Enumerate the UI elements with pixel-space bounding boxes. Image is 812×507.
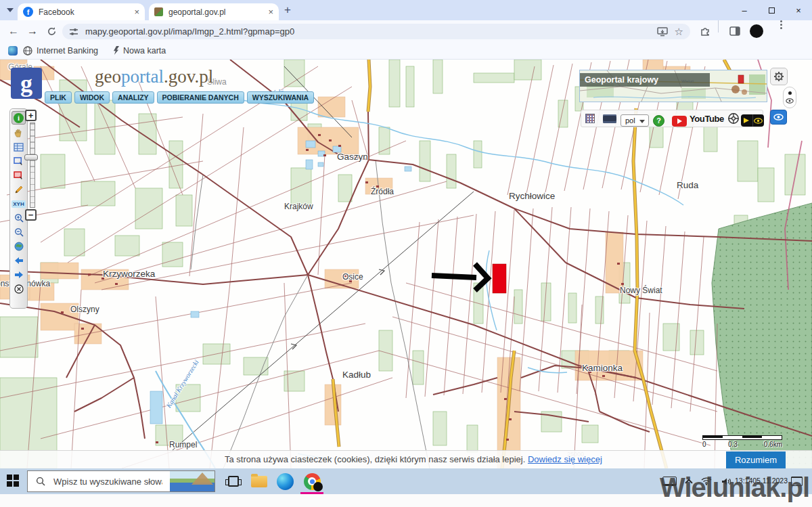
attributes-tool-button[interactable] xyxy=(12,141,26,153)
contrast-arrow-button[interactable] xyxy=(741,114,752,127)
logo-geo: geo xyxy=(95,66,121,87)
tab-search-caret-icon[interactable] xyxy=(7,8,14,12)
logo-portal: portal xyxy=(121,66,164,87)
new-tab-button[interactable]: + xyxy=(284,3,291,17)
start-button[interactable] xyxy=(7,475,20,487)
forward-button[interactable]: → xyxy=(23,20,42,42)
cookie-text: Ta strona używa ciasteczek (cookies), dz… xyxy=(225,454,602,464)
info-tool-button[interactable]: i xyxy=(12,111,26,125)
tab-facebook[interactable]: f Facebook × xyxy=(18,3,145,20)
zoom-minus-button[interactable]: − xyxy=(25,209,37,221)
highlighted-parcel-marker[interactable] xyxy=(493,264,506,293)
overview-map[interactable]: Wieluń Geoportal krajowy xyxy=(579,70,767,102)
tab-close-icon[interactable]: × xyxy=(134,7,139,17)
menu-plik[interactable]: PLIK xyxy=(45,91,72,104)
contrast-eye-button[interactable] xyxy=(752,114,765,127)
layer-eye-icon[interactable] xyxy=(786,98,794,104)
menu-analizy[interactable]: ANALIZY xyxy=(112,91,154,104)
language-select[interactable]: pol xyxy=(621,112,649,129)
chrome-button[interactable] xyxy=(303,472,321,490)
address-bar[interactable]: mapy.geoportal.gov.pl/imap/Imgp_2.html?g… xyxy=(62,24,690,39)
minimize-button[interactable]: – xyxy=(731,5,758,16)
task-view-button[interactable] xyxy=(225,472,242,490)
geoportal-logo: geoportal.gov.pl xyxy=(95,66,213,87)
tab-strip: f Facebook × geoportal.gov.pl × + – × xyxy=(0,0,812,20)
zoom-slider-track[interactable] xyxy=(30,123,35,208)
youtube-button[interactable] xyxy=(672,113,687,129)
taskbar-search-input[interactable] xyxy=(52,476,164,487)
scale-label: 0.3 xyxy=(728,441,738,448)
browser-toolbar: ← → mapy.geoportal.gov.pl/imap/Imgp_2.ht… xyxy=(0,20,812,42)
reload-button[interactable] xyxy=(42,20,61,42)
bookmark-label: Nowa karta xyxy=(123,46,166,56)
zoom-slider-handle[interactable] xyxy=(24,154,38,160)
help-button[interactable]: ? xyxy=(653,112,664,129)
visibility-eye-button[interactable] xyxy=(770,110,787,125)
zoom-plus-button[interactable]: + xyxy=(25,110,37,121)
bookmark-star-icon[interactable]: ☆ xyxy=(675,26,683,38)
close-tool-button[interactable] xyxy=(12,283,26,295)
menu-pobieranie-danych[interactable]: POBIERANIE DANYCH xyxy=(157,91,244,104)
chevron-down-icon xyxy=(639,120,645,123)
select-area-tool-button[interactable] xyxy=(12,155,26,167)
profile-avatar[interactable] xyxy=(750,20,763,42)
watermark: Wieluniak.pl xyxy=(660,472,809,503)
task-view-icon xyxy=(228,476,239,487)
bookmark-label: Internet Banking xyxy=(37,46,98,56)
scale-bar: 0 0.3 0.6km xyxy=(702,435,782,449)
language-value: pol xyxy=(625,116,635,125)
pencil-icon xyxy=(14,185,24,194)
puzzle-icon xyxy=(700,26,710,37)
select-red-tool-button[interactable] xyxy=(12,169,26,181)
previous-view-button[interactable] xyxy=(12,255,26,267)
menu-widok[interactable]: WIDOK xyxy=(74,91,110,104)
taskbar-search[interactable] xyxy=(27,470,215,492)
tab-title: geoportal.gov.pl xyxy=(168,7,263,17)
next-view-button[interactable] xyxy=(12,269,26,281)
close-button[interactable]: × xyxy=(785,5,812,16)
pan-tool-button[interactable] xyxy=(12,127,26,139)
stats-monitor-button[interactable] xyxy=(603,110,616,127)
map-canvas[interactable]: GóralePolkoŚliwak.GaszyńskiGaszynŹródłaR… xyxy=(0,60,812,468)
bookmark-nowa-karta[interactable]: Nowa karta xyxy=(113,46,166,56)
url-text[interactable]: mapy.geoportal.gov.pl/imap/Imgp_2.html?g… xyxy=(85,26,650,37)
cookie-accept-button[interactable]: Rozumiem xyxy=(726,451,786,468)
table-icon xyxy=(14,143,24,152)
menu-kebab-button[interactable] xyxy=(780,20,782,42)
draw-tool-button[interactable] xyxy=(12,183,26,196)
search-highlight-image[interactable] xyxy=(170,471,215,491)
xyh-tool-button[interactable]: XYH xyxy=(12,198,26,210)
extensions-button[interactable] xyxy=(700,20,710,42)
bookmark-internet-banking[interactable]: Internet Banking xyxy=(23,46,98,56)
accessibility-wheel-button[interactable] xyxy=(727,110,740,127)
site-info-icon[interactable] xyxy=(69,27,78,37)
file-explorer-button[interactable] xyxy=(250,472,268,490)
full-extent-tool-button[interactable] xyxy=(12,240,26,252)
layer-dot-icon[interactable] xyxy=(788,91,792,95)
overview-title: Geoportal krajowy xyxy=(580,73,710,87)
settings-gear-button[interactable] xyxy=(770,68,788,85)
zoom-in-tool-button[interactable] xyxy=(12,212,26,224)
arrow-right-icon xyxy=(14,271,24,279)
side-panel-button[interactable] xyxy=(729,20,740,42)
tab-close-icon[interactable]: × xyxy=(268,7,273,17)
geoportal-favicon xyxy=(154,7,163,16)
cookie-link[interactable]: Dowiedz się więcej xyxy=(528,454,602,464)
red-select-rect-icon xyxy=(14,171,24,180)
monitor-icon xyxy=(603,114,616,123)
legend-button[interactable] xyxy=(585,110,595,127)
maximize-button[interactable] xyxy=(758,5,785,16)
install-icon[interactable] xyxy=(657,27,668,37)
forest xyxy=(712,203,812,468)
geoportal-menu: PLIK WIDOK ANALIZY POBIERANIE DANYCH WYS… xyxy=(45,91,314,104)
back-button[interactable]: ← xyxy=(4,20,23,42)
menu-wyszukiwania[interactable]: WYSZUKIWANIA xyxy=(247,91,314,104)
edge-button[interactable] xyxy=(276,472,294,490)
toolbar-divider xyxy=(718,20,719,32)
bookmark-app-icon[interactable] xyxy=(8,46,18,56)
cookie-bar: Ta strona używa ciasteczek (cookies), dz… xyxy=(0,450,812,468)
zoom-out-tool-button[interactable] xyxy=(12,226,26,238)
geoportal-logo-tile[interactable]: g xyxy=(11,68,42,99)
side-panel-icon xyxy=(729,26,740,36)
tab-geoportal[interactable]: geoportal.gov.pl × xyxy=(149,3,279,20)
